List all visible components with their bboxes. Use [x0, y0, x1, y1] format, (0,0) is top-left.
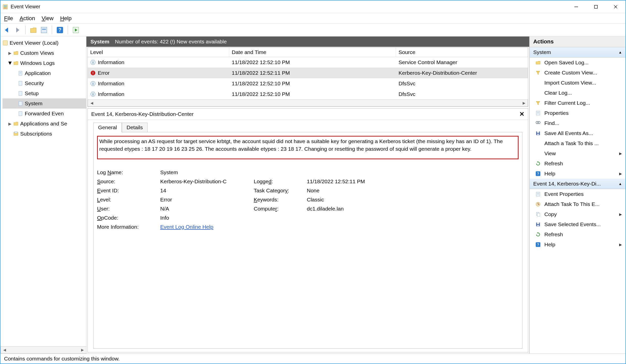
prop-source-value: Kerberos-Key-Distribution-C — [160, 178, 251, 185]
action-refresh2[interactable]: Refresh — [530, 229, 625, 240]
show-hide-tree-button[interactable] — [30, 26, 37, 34]
tree-item-label: Application — [25, 70, 51, 76]
action-clear-log[interactable]: Clear Log... — [530, 88, 625, 98]
action-label: Copy — [544, 211, 557, 217]
col-level[interactable]: Level — [88, 48, 229, 57]
cell-datetime: 11/18/2022 12:52:10 PM — [232, 59, 290, 65]
log-icon — [18, 91, 23, 96]
folder-icon — [13, 60, 19, 66]
info-icon: i — [90, 91, 96, 97]
log-icon — [18, 70, 23, 76]
collapse-icon: ▲ — [618, 50, 622, 54]
prop-taskcat-label: Task Category: — [254, 188, 304, 194]
tree-log-forwarded[interactable]: Forwarded Even — [3, 109, 86, 119]
prop-opcode-label: OpCode: — [97, 215, 158, 221]
nav-horizontal-scrollbar[interactable]: ◀▶ — [1, 346, 86, 353]
action-help1[interactable]: ?Help▶ — [530, 169, 625, 179]
action-attach-task-event[interactable]: Attach Task To This E... — [530, 199, 625, 209]
tree-item-label: Windows Logs — [20, 60, 55, 66]
status-text: Contains commands for customizing this w… — [4, 356, 120, 362]
action-properties[interactable]: Properties — [530, 108, 625, 118]
tree-log-security[interactable]: Security — [3, 78, 86, 88]
action-pane-toggle-button[interactable] — [72, 26, 80, 34]
back-button[interactable] — [3, 26, 11, 34]
action-find[interactable]: Find... — [530, 118, 625, 128]
action-import-custom-view[interactable]: Import Custom View... — [530, 78, 625, 88]
app-window: Event Viewer File Action View Help ? Ev — [0, 0, 626, 364]
action-help2[interactable]: ?Help▶ — [530, 240, 625, 250]
svg-rect-9 — [42, 29, 46, 30]
tab-general[interactable]: General — [93, 123, 122, 132]
maximize-button[interactable] — [586, 1, 606, 13]
action-refresh1[interactable]: Refresh — [530, 159, 625, 169]
more-info-link[interactable]: Event Log Online Help — [160, 224, 213, 230]
col-source[interactable]: Source — [396, 48, 528, 57]
window-controls — [566, 1, 625, 13]
actions-group-title: Event 14, Kerberos-Key-Di... — [533, 181, 601, 187]
info-icon: i — [90, 81, 96, 86]
detail-title-text: Event 14, Kerberos-Key-Distribution-Cent… — [91, 111, 194, 117]
tree-root[interactable]: Event Viewer (Local) — [3, 38, 86, 48]
window-title: Event Viewer — [11, 4, 566, 10]
prop-keywords-value: Classic — [307, 197, 519, 203]
detail-tabs: General Details — [93, 122, 528, 132]
tree-windows-logs[interactable]: ⯆ Windows Logs — [3, 58, 86, 68]
action-label: Help — [544, 171, 555, 177]
action-open-saved-log[interactable]: Open Saved Log... — [530, 58, 625, 68]
tree-apps-services[interactable]: ▶ Applications and Se — [3, 119, 86, 129]
cell-source: DfsSvc — [399, 81, 415, 87]
nav-tree[interactable]: Event Viewer (Local) ▶ Custom Views ⯆ Wi… — [1, 36, 86, 346]
tree-log-setup[interactable]: Setup — [3, 88, 86, 98]
svg-text:?: ? — [537, 172, 539, 176]
forward-button[interactable] — [14, 26, 21, 34]
action-save-selected[interactable]: Save Selected Events... — [530, 219, 625, 229]
grid-rows[interactable]: iInformation11/18/2022 12:52:10 PMServic… — [88, 57, 528, 99]
actions-group-system[interactable]: System ▲ — [530, 47, 625, 58]
action-attach-task-log[interactable]: Attach a Task To this ... — [530, 138, 625, 148]
col-datetime[interactable]: Date and Time — [229, 48, 396, 57]
tab-details[interactable]: Details — [122, 123, 148, 132]
cell-datetime: 11/18/2022 12:52:10 PM — [232, 91, 290, 97]
table-row[interactable]: iInformation11/18/2022 12:52:10 PMDfsSvc — [88, 78, 528, 89]
table-row[interactable]: !Error11/18/2022 12:52:11 PMKerberos-Key… — [88, 68, 528, 78]
table-row[interactable]: iInformation11/18/2022 12:52:10 PMServic… — [88, 57, 528, 68]
menu-view[interactable]: View — [42, 15, 54, 22]
svg-text:!: ! — [92, 71, 94, 75]
actions-header: Actions — [530, 36, 625, 47]
table-row[interactable]: iInformation11/18/2022 12:52:10 PMDfsSvc — [88, 89, 528, 99]
tree-item-label: Applications and Se — [20, 121, 67, 127]
minimize-button[interactable] — [566, 1, 586, 13]
close-button[interactable] — [606, 1, 625, 13]
prop-logname-value: System — [160, 169, 251, 175]
scope-sub: Number of events: 422 (!) New events ava… — [115, 39, 227, 45]
action-copy[interactable]: Copy▶ — [530, 209, 625, 219]
tree-log-application[interactable]: Application — [3, 68, 86, 78]
action-label: Save All Events As... — [544, 130, 593, 136]
action-create-custom-view[interactable]: Create Custom View... — [530, 68, 625, 78]
svg-rect-1 — [4, 5, 7, 6]
action-save-all-events[interactable]: Save All Events As... — [530, 128, 625, 138]
action-event-properties[interactable]: Event Properties — [530, 189, 625, 199]
menu-file[interactable]: File — [4, 15, 13, 22]
tree-custom-views[interactable]: ▶ Custom Views — [3, 48, 86, 58]
properties-toolbar-button[interactable] — [40, 26, 48, 34]
cell-level: Information — [98, 91, 124, 97]
collapse-icon: ▲ — [618, 182, 622, 186]
action-filter-current-log[interactable]: Filter Current Log... — [530, 98, 625, 108]
actions-list-1: Open Saved Log...Create Custom View...Im… — [530, 58, 625, 179]
prop-level-value: Error — [160, 197, 251, 203]
tree-log-system[interactable]: System — [3, 98, 86, 109]
svg-rect-48 — [537, 213, 540, 216]
help-toolbar-button[interactable]: ? — [56, 26, 64, 34]
actions-group-event[interactable]: Event 14, Kerberos-Key-Di... ▲ — [530, 179, 625, 189]
blank-icon — [535, 141, 541, 146]
tree-subscriptions[interactable]: Subscriptions — [3, 129, 86, 139]
menu-help[interactable]: Help — [60, 15, 72, 22]
action-label: Clear Log... — [544, 90, 572, 96]
tree-item-label: Setup — [25, 90, 39, 96]
close-detail-button[interactable]: ✕ — [519, 111, 524, 118]
menu-action[interactable]: Action — [19, 15, 35, 22]
app-icon — [3, 4, 8, 10]
grid-h-scrollbar[interactable]: ◀▶ — [88, 99, 528, 107]
action-view[interactable]: View▶ — [530, 148, 625, 159]
